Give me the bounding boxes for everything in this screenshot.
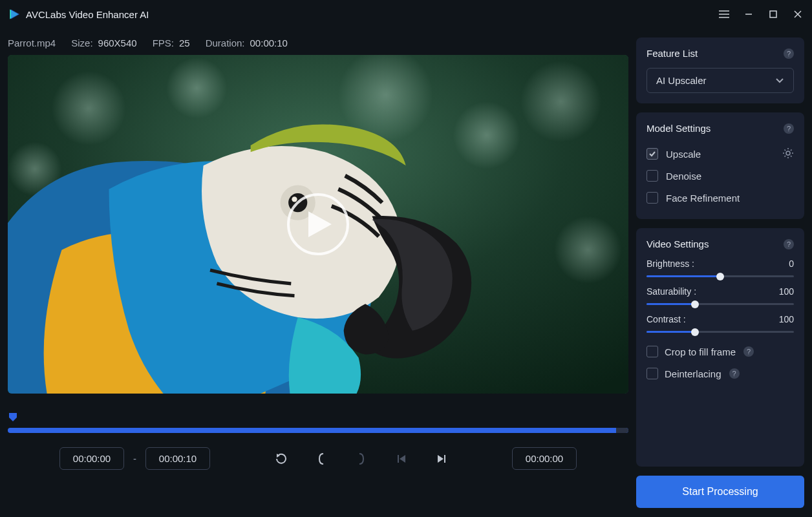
play-button[interactable] — [287, 193, 349, 255]
svg-point-13 — [453, 101, 520, 169]
crop-checkbox[interactable] — [646, 346, 658, 357]
feature-list-title: Feature List — [646, 48, 698, 59]
upscale-checkbox[interactable] — [646, 148, 658, 160]
replay-icon[interactable] — [274, 452, 288, 466]
duration-label: Duration: — [206, 37, 245, 48]
saturability-slider[interactable] — [646, 303, 794, 305]
upscale-label: Upscale — [666, 149, 701, 160]
contrast-slider[interactable] — [646, 331, 794, 333]
time-separator: - — [133, 453, 136, 464]
video-settings-title: Video Settings — [646, 238, 709, 249]
svg-marker-20 — [308, 211, 332, 237]
denoise-label: Denoise — [666, 171, 701, 182]
file-name: Parrot.mp4 — [8, 37, 56, 48]
help-icon[interactable]: ? — [784, 48, 794, 59]
help-icon[interactable]: ? — [784, 239, 794, 249]
help-icon[interactable]: ? — [784, 123, 794, 134]
saturability-value: 100 — [779, 286, 794, 297]
svg-point-26 — [786, 151, 790, 155]
feature-select[interactable]: AI Upscaler — [646, 68, 794, 93]
trim-end-field[interactable]: 00:00:10 — [145, 447, 210, 470]
titlebar: AVCLabs Video Enhancer AI — [0, 0, 812, 28]
size-value: 960X540 — [98, 37, 137, 48]
current-time-field[interactable]: 00:00:00 — [512, 447, 577, 470]
size-label: Size: — [71, 37, 92, 48]
svg-marker-23 — [400, 455, 405, 463]
settings-sidebar: Feature List ? AI Upscaler Model Setting… — [636, 28, 812, 517]
timeline-start-marker[interactable] — [8, 412, 18, 422]
svg-point-11 — [166, 58, 227, 118]
help-icon[interactable]: ? — [743, 346, 754, 357]
model-settings-title: Model Settings — [646, 123, 710, 134]
duration-value: 00:00:10 — [250, 37, 288, 48]
prev-frame-icon[interactable] — [394, 452, 409, 466]
trim-start-field[interactable]: 00:00:00 — [59, 447, 124, 470]
minimize-button[interactable] — [742, 8, 755, 21]
maximize-button[interactable] — [767, 8, 780, 21]
crop-label: Crop to fill frame — [665, 346, 736, 357]
contrast-label: Contrast : — [646, 314, 686, 324]
chevron-down-icon — [775, 78, 784, 84]
brightness-value: 0 — [789, 258, 794, 269]
brightness-slider[interactable] — [646, 275, 794, 277]
next-frame-icon[interactable] — [434, 452, 449, 466]
model-settings-panel: Model Settings ? Upscale Denoise Face Re… — [636, 112, 804, 219]
video-preview — [8, 55, 628, 394]
help-icon[interactable]: ? — [729, 368, 740, 379]
bracket-start-icon[interactable] — [314, 452, 328, 466]
svg-marker-1 — [11, 10, 19, 19]
fps-label: FPS: — [153, 37, 174, 48]
feature-list-panel: Feature List ? AI Upscaler — [636, 37, 804, 103]
start-processing-button[interactable]: Start Processing — [636, 476, 804, 508]
svg-rect-6 — [770, 11, 776, 17]
timeline-track[interactable] — [8, 428, 628, 433]
denoise-checkbox[interactable] — [646, 170, 658, 182]
fps-value: 25 — [179, 37, 190, 48]
menu-icon[interactable] — [718, 8, 731, 21]
face-refinement-checkbox[interactable] — [646, 192, 658, 204]
svg-point-14 — [520, 61, 601, 142]
contrast-value: 100 — [779, 314, 794, 324]
deinterlacing-checkbox[interactable] — [646, 368, 658, 379]
app-logo-icon — [8, 8, 21, 21]
saturability-label: Saturability : — [646, 286, 696, 297]
deinterlacing-label: Deinterlacing — [665, 368, 721, 379]
svg-marker-24 — [438, 455, 443, 463]
play-icon — [308, 211, 332, 237]
timeline — [8, 412, 628, 433]
close-button[interactable] — [791, 8, 804, 21]
preview-pane: Parrot.mp4 Size:960X540 FPS:25 Duration:… — [0, 28, 636, 517]
file-metadata: Parrot.mp4 Size:960X540 FPS:25 Duration:… — [8, 37, 628, 48]
feature-select-value: AI Upscaler — [656, 75, 707, 86]
app-title: AVCLabs Video Enhancer AI — [26, 9, 149, 20]
face-refinement-label: Face Refinement — [666, 193, 740, 204]
brightness-label: Brightness : — [646, 258, 694, 269]
svg-point-10 — [52, 71, 126, 145]
gear-icon[interactable] — [782, 147, 794, 161]
svg-point-15 — [554, 216, 621, 283]
bracket-end-icon[interactable] — [354, 452, 369, 466]
video-settings-panel: Video Settings ? Brightness :0 Saturabil… — [636, 228, 804, 467]
